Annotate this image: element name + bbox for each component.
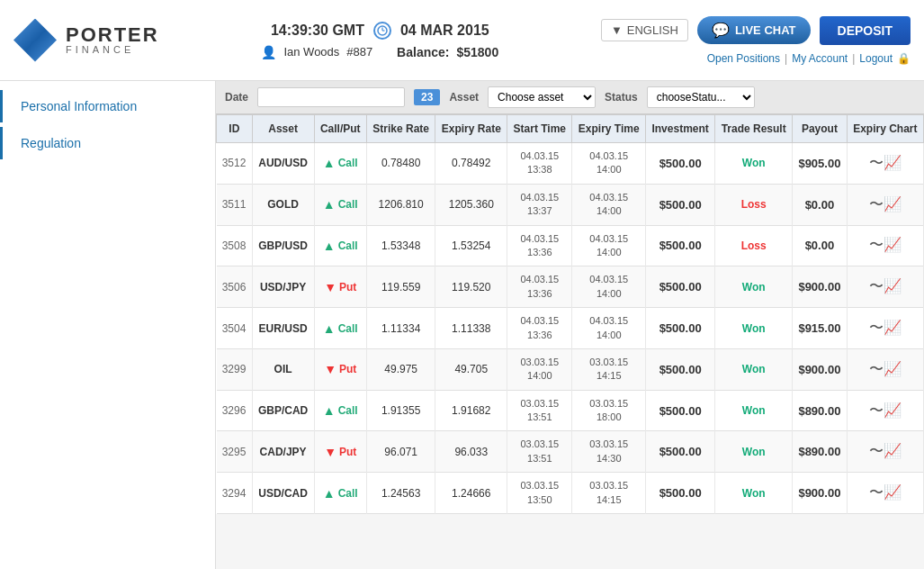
cell-id: 3511 [217,184,253,225]
cell-expiry-rate: 1.24666 [435,473,507,514]
cell-expiry-chart[interactable]: 〜📈 [847,143,923,185]
cell-expiry-chart[interactable]: 〜📈 [847,431,923,473]
sidebar: Personal Information Regulation [0,81,216,569]
cell-investment: $500.00 [646,143,715,185]
cell-expiry-rate: 1.91682 [435,390,507,431]
cell-expiry-chart[interactable]: 〜📈 [847,308,923,349]
cell-callput: ▼ Put [314,431,366,473]
chart-icon[interactable]: 〜📈 [869,278,902,294]
asset-filter-select[interactable]: Choose asset [488,86,596,108]
user-icon: 👤 [261,45,276,59]
cell-id: 3294 [217,473,253,514]
cell-expiry-chart[interactable]: 〜📈 [847,225,923,266]
cell-id: 3506 [217,266,253,308]
logo-text: PORTER FINANCE [66,25,159,55]
cell-payout: $0.00 [793,225,848,266]
col-id: ID [217,115,253,143]
table-row: 3508 GBP/USD ▲ Call 1.53348 1.53254 04.0… [217,225,924,266]
direction-label: Call [338,487,358,500]
down-arrow-icon: ▼ [324,280,336,294]
cell-trade-result: Won [715,266,793,308]
cell-expiry-chart[interactable]: 〜📈 [847,390,923,431]
chart-icon[interactable]: 〜📈 [869,237,902,252]
chart-icon[interactable]: 〜📈 [869,443,902,458]
cell-callput: ▼ Put [314,348,366,390]
cell-strike: 0.78480 [366,143,435,185]
status-filter-select[interactable]: chooseStatu... [647,86,755,108]
up-arrow-icon: ▲ [323,156,336,170]
cell-callput: ▲ Call [314,390,366,431]
cell-trade-result: Won [715,143,793,185]
chat-icon: 💬 [712,22,730,39]
cell-payout: $890.00 [793,431,848,473]
header-right: ▼ ENGLISH 💬 LIVE CHAT DEPOSIT Open Posit… [601,16,911,65]
up-arrow-icon: ▲ [323,321,336,336]
filter-count: 23 [414,89,440,105]
cell-expiry-chart[interactable]: 〜📈 [847,266,923,308]
balance-label: Balance: [397,45,449,59]
logo-diamond [13,19,57,62]
chevron-down-icon: ▼ [611,23,623,37]
header-center: 14:39:30 GMT 04 MAR 2015 👤 Ian Woods #88… [261,22,498,59]
direction-label: Call [338,322,358,335]
sidebar-item-personal-information[interactable]: Personal Information [0,90,215,122]
cell-strike: 1206.810 [366,184,435,225]
cell-expiry-chart[interactable]: 〜📈 [847,348,923,390]
cell-investment: $500.00 [646,308,715,349]
direction-label: Put [339,281,356,294]
cell-strike: 1.91355 [366,390,435,431]
cell-payout: $890.00 [793,390,848,431]
cell-asset: GOLD [252,184,314,225]
cell-start-time: 03.03.1513:51 [507,390,572,431]
cell-investment: $500.00 [646,184,715,225]
col-asset: Asset [252,115,314,143]
direction-label: Call [338,404,358,417]
cell-start-time: 04.03.1513:38 [507,143,572,185]
cell-expiry-chart[interactable]: 〜📈 [847,473,923,514]
col-start-time: Start Time [507,115,572,143]
my-account-link[interactable]: My Account [792,52,848,65]
cell-callput: ▼ Put [314,266,366,308]
direction-label: Call [338,239,358,252]
table-row: 3504 EUR/USD ▲ Call 1.11334 1.11338 04.0… [217,308,924,349]
deposit-button[interactable]: DEPOSIT [820,16,911,45]
balance-amount: $51800 [456,45,498,59]
trades-table-container: ID Asset Call/Put Strike Rate Expiry Rat… [216,114,924,514]
cell-expiry-chart[interactable]: 〜📈 [847,184,923,225]
filter-bar: Date 23 Asset Choose asset Status choose… [216,81,924,114]
cell-investment: $500.00 [646,225,715,266]
chart-icon[interactable]: 〜📈 [869,361,902,376]
cell-trade-result: Won [715,390,793,431]
cell-asset: GBP/USD [252,225,314,266]
chart-icon[interactable]: 〜📈 [869,196,902,212]
cell-expiry-time: 04.03.1514:00 [572,308,646,349]
open-positions-link[interactable]: Open Positions [707,52,780,65]
top-right-row: ▼ ENGLISH 💬 LIVE CHAT DEPOSIT [601,16,911,45]
chart-icon[interactable]: 〜📈 [869,402,902,418]
trades-table: ID Asset Call/Put Strike Rate Expiry Rat… [216,114,924,514]
logout-link[interactable]: Logout [859,52,893,65]
col-callput: Call/Put [314,115,366,143]
live-chat-button[interactable]: 💬 LIVE CHAT [697,16,811,44]
cell-start-time: 04.03.1513:36 [507,308,572,349]
sidebar-item-regulation[interactable]: Regulation [0,127,215,159]
cell-expiry-time: 03.03.1514:15 [572,348,646,390]
date-filter-input[interactable] [257,87,405,107]
col-payout: Payout [793,115,848,143]
chart-icon[interactable]: 〜📈 [869,484,902,500]
direction-label: Put [339,363,356,375]
chart-icon[interactable]: 〜📈 [869,155,902,170]
date-display: 04 MAR 2015 [400,23,489,39]
col-trade-result: Trade Result [715,115,793,143]
chart-icon[interactable]: 〜📈 [869,320,902,335]
cell-asset: EUR/USD [252,308,314,349]
cell-investment: $500.00 [646,473,715,514]
cell-expiry-rate: 49.705 [435,348,507,390]
sidebar-item-label: Regulation [21,136,81,150]
cell-id: 3296 [217,390,253,431]
cell-expiry-time: 04.03.1514:00 [572,266,646,308]
cell-expiry-time: 03.03.1514:15 [572,473,646,514]
language-selector[interactable]: ▼ ENGLISH [601,19,688,41]
cell-trade-result: Won [715,308,793,349]
direction-label: Call [338,157,358,169]
